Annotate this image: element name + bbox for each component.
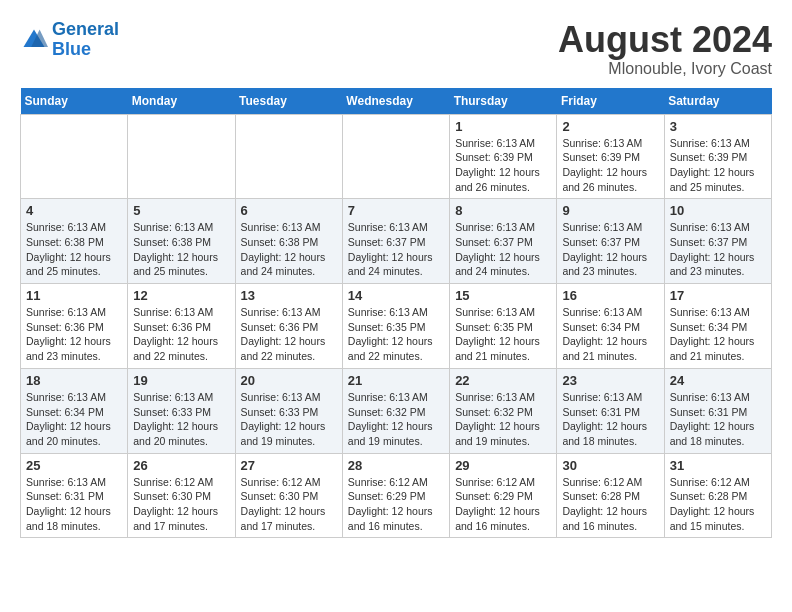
- day-number: 26: [133, 458, 229, 473]
- calendar-cell: 5Sunrise: 6:13 AM Sunset: 6:38 PM Daylig…: [128, 199, 235, 284]
- calendar-cell: 18Sunrise: 6:13 AM Sunset: 6:34 PM Dayli…: [21, 368, 128, 453]
- day-number: 25: [26, 458, 122, 473]
- calendar-cell: 27Sunrise: 6:12 AM Sunset: 6:30 PM Dayli…: [235, 453, 342, 538]
- day-detail: Sunrise: 6:13 AM Sunset: 6:38 PM Dayligh…: [241, 220, 337, 279]
- day-number: 9: [562, 203, 658, 218]
- day-detail: Sunrise: 6:13 AM Sunset: 6:36 PM Dayligh…: [133, 305, 229, 364]
- day-detail: Sunrise: 6:13 AM Sunset: 6:35 PM Dayligh…: [348, 305, 444, 364]
- day-detail: Sunrise: 6:12 AM Sunset: 6:30 PM Dayligh…: [241, 475, 337, 534]
- day-detail: Sunrise: 6:12 AM Sunset: 6:30 PM Dayligh…: [133, 475, 229, 534]
- day-detail: Sunrise: 6:13 AM Sunset: 6:38 PM Dayligh…: [133, 220, 229, 279]
- calendar-cell: 31Sunrise: 6:12 AM Sunset: 6:28 PM Dayli…: [664, 453, 771, 538]
- calendar-cell: 3Sunrise: 6:13 AM Sunset: 6:39 PM Daylig…: [664, 114, 771, 199]
- day-detail: Sunrise: 6:13 AM Sunset: 6:32 PM Dayligh…: [455, 390, 551, 449]
- day-detail: Sunrise: 6:13 AM Sunset: 6:31 PM Dayligh…: [670, 390, 766, 449]
- day-detail: Sunrise: 6:13 AM Sunset: 6:39 PM Dayligh…: [670, 136, 766, 195]
- day-number: 30: [562, 458, 658, 473]
- header-cell-tuesday: Tuesday: [235, 88, 342, 115]
- logo-text: General Blue: [52, 20, 119, 60]
- day-number: 18: [26, 373, 122, 388]
- calendar-cell: 16Sunrise: 6:13 AM Sunset: 6:34 PM Dayli…: [557, 284, 664, 369]
- title-area: August 2024 Mlonouble, Ivory Coast: [558, 20, 772, 78]
- day-detail: Sunrise: 6:13 AM Sunset: 6:33 PM Dayligh…: [241, 390, 337, 449]
- calendar-cell: 13Sunrise: 6:13 AM Sunset: 6:36 PM Dayli…: [235, 284, 342, 369]
- day-number: 23: [562, 373, 658, 388]
- calendar-cell: 17Sunrise: 6:13 AM Sunset: 6:34 PM Dayli…: [664, 284, 771, 369]
- day-number: 14: [348, 288, 444, 303]
- day-detail: Sunrise: 6:12 AM Sunset: 6:28 PM Dayligh…: [562, 475, 658, 534]
- day-number: 7: [348, 203, 444, 218]
- header-cell-saturday: Saturday: [664, 88, 771, 115]
- header-cell-sunday: Sunday: [21, 88, 128, 115]
- day-number: 21: [348, 373, 444, 388]
- calendar-cell: 19Sunrise: 6:13 AM Sunset: 6:33 PM Dayli…: [128, 368, 235, 453]
- day-number: 1: [455, 119, 551, 134]
- day-number: 4: [26, 203, 122, 218]
- header-cell-monday: Monday: [128, 88, 235, 115]
- calendar-cell: 1Sunrise: 6:13 AM Sunset: 6:39 PM Daylig…: [450, 114, 557, 199]
- main-title: August 2024: [558, 20, 772, 60]
- day-detail: Sunrise: 6:13 AM Sunset: 6:37 PM Dayligh…: [348, 220, 444, 279]
- calendar-cell: 29Sunrise: 6:12 AM Sunset: 6:29 PM Dayli…: [450, 453, 557, 538]
- calendar-cell: [128, 114, 235, 199]
- calendar-cell: 26Sunrise: 6:12 AM Sunset: 6:30 PM Dayli…: [128, 453, 235, 538]
- calendar-cell: 7Sunrise: 6:13 AM Sunset: 6:37 PM Daylig…: [342, 199, 449, 284]
- day-number: 19: [133, 373, 229, 388]
- logo: General Blue: [20, 20, 119, 60]
- day-detail: Sunrise: 6:13 AM Sunset: 6:39 PM Dayligh…: [562, 136, 658, 195]
- calendar-week-1: 1Sunrise: 6:13 AM Sunset: 6:39 PM Daylig…: [21, 114, 772, 199]
- calendar-cell: 25Sunrise: 6:13 AM Sunset: 6:31 PM Dayli…: [21, 453, 128, 538]
- logo-line2: Blue: [52, 39, 91, 59]
- calendar-cell: 11Sunrise: 6:13 AM Sunset: 6:36 PM Dayli…: [21, 284, 128, 369]
- calendar-cell: 20Sunrise: 6:13 AM Sunset: 6:33 PM Dayli…: [235, 368, 342, 453]
- calendar-cell: 15Sunrise: 6:13 AM Sunset: 6:35 PM Dayli…: [450, 284, 557, 369]
- day-number: 31: [670, 458, 766, 473]
- logo-icon: [20, 26, 48, 54]
- calendar-cell: [235, 114, 342, 199]
- calendar-cell: 12Sunrise: 6:13 AM Sunset: 6:36 PM Dayli…: [128, 284, 235, 369]
- day-detail: Sunrise: 6:13 AM Sunset: 6:39 PM Dayligh…: [455, 136, 551, 195]
- calendar-table: SundayMondayTuesdayWednesdayThursdayFrid…: [20, 88, 772, 539]
- calendar-cell: 9Sunrise: 6:13 AM Sunset: 6:37 PM Daylig…: [557, 199, 664, 284]
- day-detail: Sunrise: 6:13 AM Sunset: 6:36 PM Dayligh…: [26, 305, 122, 364]
- sub-title: Mlonouble, Ivory Coast: [558, 60, 772, 78]
- header-cell-friday: Friday: [557, 88, 664, 115]
- day-number: 5: [133, 203, 229, 218]
- day-number: 15: [455, 288, 551, 303]
- calendar-cell: [21, 114, 128, 199]
- calendar-header: SundayMondayTuesdayWednesdayThursdayFrid…: [21, 88, 772, 115]
- calendar-cell: 30Sunrise: 6:12 AM Sunset: 6:28 PM Dayli…: [557, 453, 664, 538]
- day-number: 11: [26, 288, 122, 303]
- calendar-cell: 22Sunrise: 6:13 AM Sunset: 6:32 PM Dayli…: [450, 368, 557, 453]
- calendar-cell: 2Sunrise: 6:13 AM Sunset: 6:39 PM Daylig…: [557, 114, 664, 199]
- day-detail: Sunrise: 6:13 AM Sunset: 6:38 PM Dayligh…: [26, 220, 122, 279]
- day-detail: Sunrise: 6:13 AM Sunset: 6:35 PM Dayligh…: [455, 305, 551, 364]
- day-number: 29: [455, 458, 551, 473]
- day-number: 3: [670, 119, 766, 134]
- day-detail: Sunrise: 6:13 AM Sunset: 6:31 PM Dayligh…: [26, 475, 122, 534]
- day-number: 13: [241, 288, 337, 303]
- calendar-week-5: 25Sunrise: 6:13 AM Sunset: 6:31 PM Dayli…: [21, 453, 772, 538]
- day-detail: Sunrise: 6:13 AM Sunset: 6:31 PM Dayligh…: [562, 390, 658, 449]
- calendar-cell: 10Sunrise: 6:13 AM Sunset: 6:37 PM Dayli…: [664, 199, 771, 284]
- day-number: 17: [670, 288, 766, 303]
- header-cell-thursday: Thursday: [450, 88, 557, 115]
- day-detail: Sunrise: 6:13 AM Sunset: 6:37 PM Dayligh…: [670, 220, 766, 279]
- day-number: 8: [455, 203, 551, 218]
- calendar-cell: 24Sunrise: 6:13 AM Sunset: 6:31 PM Dayli…: [664, 368, 771, 453]
- calendar-week-4: 18Sunrise: 6:13 AM Sunset: 6:34 PM Dayli…: [21, 368, 772, 453]
- day-number: 10: [670, 203, 766, 218]
- calendar-cell: 6Sunrise: 6:13 AM Sunset: 6:38 PM Daylig…: [235, 199, 342, 284]
- calendar-cell: 28Sunrise: 6:12 AM Sunset: 6:29 PM Dayli…: [342, 453, 449, 538]
- day-detail: Sunrise: 6:13 AM Sunset: 6:33 PM Dayligh…: [133, 390, 229, 449]
- calendar-cell: [342, 114, 449, 199]
- header-row: SundayMondayTuesdayWednesdayThursdayFrid…: [21, 88, 772, 115]
- day-number: 12: [133, 288, 229, 303]
- logo-line1: General: [52, 19, 119, 39]
- day-detail: Sunrise: 6:13 AM Sunset: 6:34 PM Dayligh…: [26, 390, 122, 449]
- day-detail: Sunrise: 6:13 AM Sunset: 6:34 PM Dayligh…: [562, 305, 658, 364]
- day-number: 16: [562, 288, 658, 303]
- header-cell-wednesday: Wednesday: [342, 88, 449, 115]
- day-number: 6: [241, 203, 337, 218]
- calendar-body: 1Sunrise: 6:13 AM Sunset: 6:39 PM Daylig…: [21, 114, 772, 538]
